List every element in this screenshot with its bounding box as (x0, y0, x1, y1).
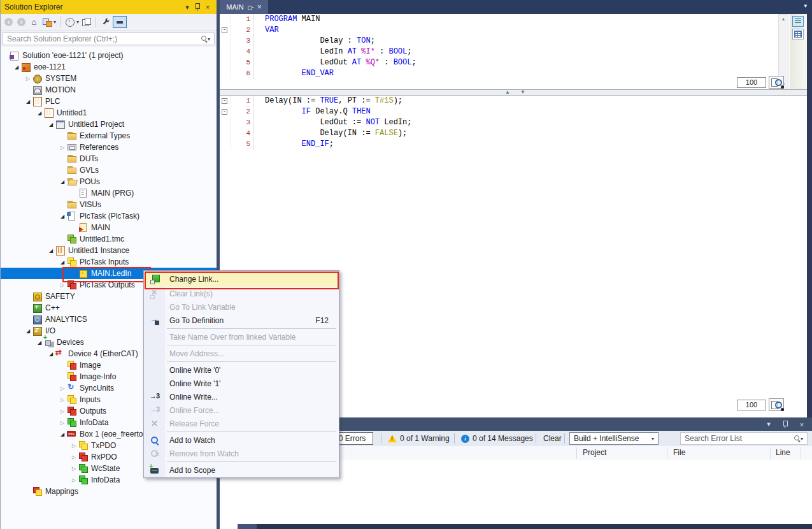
close-icon[interactable]: × (203, 2, 213, 12)
expander-icon[interactable]: ▷ (69, 466, 78, 472)
collapse-icon[interactable]: - (222, 109, 227, 115)
code-line[interactable]: 5 END_IF; (220, 139, 812, 150)
expander-icon[interactable]: ◢ (58, 214, 67, 219)
tree-item-plctask-inputs[interactable]: ◢PlcTask Inputs (1, 256, 217, 268)
code-line[interactable]: 3 LedOut := NOT LedIn; (220, 117, 812, 128)
clear-button[interactable]: Clear (543, 432, 562, 445)
expander-icon[interactable]: ▷ (69, 477, 78, 483)
code-line[interactable]: 5 LedOut AT %Q* : BOOL; (220, 57, 812, 68)
tree-item-external-types[interactable]: External Types (1, 130, 217, 141)
tree-item-main[interactable]: MAIN (1, 222, 217, 233)
expander-icon[interactable]: ▷ (58, 145, 67, 150)
code-line[interactable]: 1PROGRAM MAIN (220, 14, 812, 25)
tree-item-eoe-1121[interactable]: ◢eoe-1121 (1, 61, 217, 73)
expander-icon[interactable]: ▷ (58, 397, 67, 403)
expander-icon[interactable]: ◢ (24, 328, 32, 334)
preview-selected-items-button[interactable] (113, 16, 127, 28)
zoom-magnifier-button[interactable] (769, 76, 784, 89)
warnings-filter-button[interactable]: 0 of 1 Warning (388, 432, 450, 445)
column-header-project[interactable]: Project (583, 448, 606, 457)
menu-item-add-to-watch[interactable]: Add to Watch (144, 433, 339, 447)
expander-icon[interactable]: ▷ (58, 386, 67, 391)
tree-item-plctask-plctask[interactable]: ◢PlcTask (PlcTask) (1, 210, 217, 222)
panel-menu-icon[interactable]: ▾ (764, 419, 774, 430)
menu-item-online-write[interactable]: Online Write... (144, 390, 339, 403)
code-line[interactable]: 3 Delay : TON; (220, 36, 812, 47)
properties-button[interactable] (100, 17, 111, 27)
expander-icon[interactable]: ▷ (69, 454, 78, 460)
code-line[interactable]: -2VAR (220, 25, 812, 36)
zoom-magnifier-button[interactable] (769, 398, 784, 411)
column-header-line[interactable]: Line (776, 448, 790, 457)
menu-item-add-to-scope[interactable]: Add to Scope (144, 463, 339, 477)
editor-splitter[interactable]: ▲ ▼ (220, 89, 812, 96)
panel-menu-icon[interactable]: ▾ (182, 2, 192, 12)
tree-item-untitled1[interactable]: ◢Untitled1 (1, 107, 217, 119)
code-line[interactable]: 4 Delay(IN := FALSE); (220, 128, 812, 139)
expander-icon[interactable]: ▷ (69, 443, 78, 449)
scroll-up-icon[interactable]: ▴ (779, 16, 788, 22)
tree-item-main-prg[interactable]: MAIN (PRG) (1, 187, 217, 199)
expander-icon[interactable]: ◢ (12, 64, 21, 70)
code-line[interactable]: 6 END_VAR (220, 68, 812, 79)
tree-item-untitled1-project[interactable]: ◢Untitled1 Project (1, 119, 217, 130)
zoom-level-box[interactable]: 100 (737, 400, 766, 410)
build-filter-dropdown[interactable]: Build + IntelliSense ▾ (569, 432, 659, 445)
forward-button[interactable]: › (16, 17, 27, 27)
expander-icon[interactable]: ◢ (58, 431, 67, 437)
pushpin-icon[interactable] (248, 4, 253, 10)
chevron-down-icon[interactable]: ▾ (76, 19, 79, 25)
code-line[interactable]: -1Delay(IN := TRUE, PT := T#1S); (220, 96, 812, 106)
tab-list-chevron-icon[interactable]: ▾ (804, 3, 807, 9)
expander-icon[interactable]: ▷ (58, 282, 67, 288)
fold-margin[interactable]: - (220, 25, 231, 36)
sync-with-document-button[interactable] (81, 17, 92, 27)
tree-item-plc[interactable]: ◢PLC (1, 96, 217, 107)
tab-main[interactable]: MAIN × (220, 0, 268, 14)
solution-explorer-titlebar[interactable]: Solution Explorer ▾ × (1, 0, 217, 14)
chevron-down-icon[interactable]: ▾ (53, 19, 56, 25)
table-view-button[interactable] (792, 29, 804, 40)
tree-item-duts[interactable]: DUTs (1, 153, 217, 164)
column-header-file[interactable]: File (673, 448, 685, 457)
expander-icon[interactable]: ▷ (58, 420, 67, 426)
close-icon[interactable]: × (797, 419, 807, 430)
collapse-icon[interactable]: - (222, 27, 227, 33)
expander-icon[interactable]: ◢ (58, 259, 67, 265)
tree-item-mappings[interactable]: Mappings (1, 486, 217, 497)
expander-icon[interactable]: ◢ (58, 179, 67, 185)
tree-item-system[interactable]: ▷SYSTEM (1, 73, 217, 84)
menu-item-online-write-0[interactable]: Online Write '0' (144, 363, 339, 377)
home-button[interactable]: ⌂ (29, 17, 39, 27)
collapse-icon[interactable]: - (222, 98, 227, 104)
pin-icon[interactable] (780, 419, 790, 430)
error-list-search-input[interactable]: Search Error List ▾ (680, 432, 808, 445)
expander-icon[interactable]: ◢ (46, 248, 55, 254)
tree-item-pous[interactable]: ◢POUs (1, 176, 217, 187)
tree-item-solution-eoe-1121-1-project[interactable]: Solution 'eoe-1121' (1 project) (1, 50, 217, 61)
search-input[interactable]: Search Solution Explorer (Ctrl+;) ▾ (3, 33, 215, 45)
pin-icon[interactable] (192, 2, 203, 12)
expander-icon[interactable]: ◢ (24, 99, 32, 105)
expander-icon[interactable]: ◢ (46, 122, 55, 127)
expander-icon[interactable]: ▷ (58, 409, 67, 414)
menu-item-online-write-1[interactable]: Online Write '1' (144, 377, 339, 390)
tree-item-references[interactable]: ▷References (1, 141, 217, 153)
splitter-up-icon[interactable]: ▲ (505, 89, 510, 96)
text-view-button[interactable] (792, 16, 804, 27)
code-line[interactable]: -2 IF Delay.Q THEN (220, 106, 812, 117)
back-button[interactable]: ‹ (3, 17, 14, 27)
tree-item-gvls[interactable]: GVLs (1, 164, 217, 176)
expander-icon[interactable]: ▷ (24, 76, 32, 82)
fold-margin[interactable]: - (220, 96, 231, 106)
splitter-down-icon[interactable]: ▼ (520, 89, 525, 96)
zoom-level-box[interactable]: 100 (737, 77, 766, 88)
tree-item-visus[interactable]: VISUs (1, 199, 217, 210)
expander-icon[interactable]: ◢ (46, 351, 55, 357)
menu-item-change-link[interactable]: Change Link... (144, 272, 339, 287)
expander-icon[interactable]: ◢ (35, 340, 44, 345)
tree-item-untitled1-instance[interactable]: ◢Untitled1 Instance (1, 245, 217, 256)
code-line[interactable]: 4 LedIn AT %I* : BOOL; (220, 47, 812, 57)
close-icon[interactable]: × (257, 3, 262, 11)
pending-changes-button[interactable] (64, 17, 75, 27)
